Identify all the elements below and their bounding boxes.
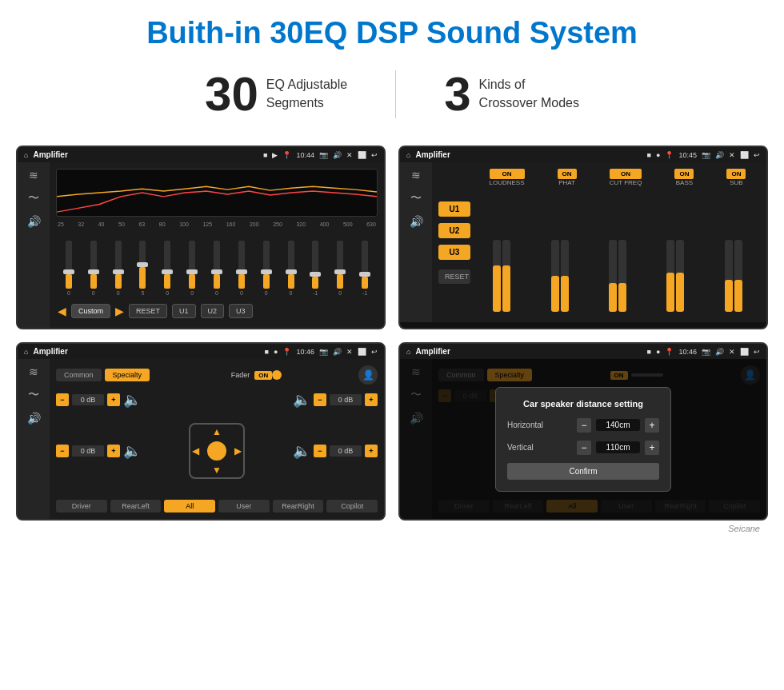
plus-front-left[interactable]: + [107,393,120,406]
on-bass[interactable]: ON [674,169,694,179]
eq-slider-10[interactable]: 0 [280,241,302,296]
btn-all[interactable]: All [164,500,215,513]
eq-slider-1[interactable]: 0 [58,241,80,296]
sidebar-icon-wave[interactable]: 〜 [28,191,39,205]
sidebar-icon-wave-3[interactable]: 〜 [28,388,39,402]
eq-slider-8[interactable]: 0 [230,241,253,296]
circle-icon-3: ● [274,348,278,356]
horizontal-plus[interactable]: + [645,418,659,433]
on-cutfreq[interactable]: ON [610,169,642,179]
u2-crossover[interactable]: U2 [438,223,470,238]
back-icon-4[interactable]: ↩ [754,348,760,356]
plus-rear-right[interactable]: + [365,445,378,457]
u3-crossover[interactable]: U3 [438,245,470,260]
vertical-plus[interactable]: + [645,441,659,455]
eq-slider-6[interactable]: 0 [181,241,203,296]
db-rear-left: − 0 dB + 🔈 [56,442,178,460]
sidebar-icon-wave-2[interactable]: 〜 [410,191,422,205]
phat-sl-1[interactable] [551,240,559,312]
sidebar-icon-vol-2[interactable]: 🔊 [410,215,423,228]
joystick-left[interactable]: ◀ [192,445,199,457]
band-sliders [475,189,760,316]
btn-user[interactable]: User [218,500,270,513]
sub-sl-1[interactable] [725,240,733,312]
home-icon-4[interactable]: ⌂ [406,348,410,356]
cutfreq-sl-1[interactable] [609,240,617,312]
home-icon-2[interactable]: ⌂ [406,151,410,159]
bass-sl-1[interactable] [666,240,674,312]
u1-btn[interactable]: U1 [172,304,196,318]
val-rear-right: 0 dB [330,445,362,457]
window-icon-1: ⬜ [358,151,366,159]
btn-copilot[interactable]: Copilot [326,500,378,513]
plus-front-right[interactable]: + [365,393,378,406]
fader-on-btn[interactable]: ON [254,371,272,380]
bass-sliders [666,236,684,316]
eq-slider-3[interactable]: 0 [107,241,130,296]
btn-rearright[interactable]: RearRight [273,500,324,513]
plus-rear-left[interactable]: + [107,445,120,457]
loudness-sl-1[interactable] [493,240,501,312]
tab-specialty-3[interactable]: Specialty [105,369,150,381]
fader-label: Fader [231,371,250,379]
vertical-minus[interactable]: − [577,441,591,455]
eq-slider-2[interactable]: 0 [82,241,105,296]
loudness-sl-2[interactable] [502,240,510,312]
cutfreq-sl-2[interactable] [618,240,626,312]
camera-icon-2: 📷 [702,151,710,159]
preset-custom[interactable]: Custom [71,304,110,318]
sidebar-2: ≋ 〜 🔊 [400,162,432,322]
sidebar-icon-vol-3[interactable]: 🔊 [27,412,41,425]
minus-rear-right[interactable]: − [314,445,326,457]
eq-slider-12[interactable]: 0 [329,241,351,296]
minus-front-right[interactable]: − [314,393,326,406]
tab-common-3[interactable]: Common [56,369,102,381]
eq-slider-7[interactable]: 0 [206,241,228,296]
sidebar-icon-tune[interactable]: ≋ [29,169,38,181]
btn-driver[interactable]: Driver [56,500,107,513]
eq-sliders-area: 0 0 0 5 0 [56,232,378,296]
u3-btn[interactable]: U3 [229,304,253,318]
joystick-down[interactable]: ▼ [212,465,222,476]
center-joystick[interactable]: ▲ ▼ ◀ ▶ [185,419,249,483]
sub-sl-2[interactable] [734,240,742,312]
camera-icon-4: 📷 [702,348,710,356]
time-4: 10:46 [678,348,697,356]
confirm-button[interactable]: Confirm [507,463,659,480]
u2-btn[interactable]: U2 [201,304,225,318]
on-phat[interactable]: ON [558,169,577,179]
bass-sl-2[interactable] [676,240,684,312]
pin-icon-1: 📍 [282,151,291,159]
screen-distance: ⌂ Amplifier ■ ● 📍 10:46 📷 🔊 ✕ ⬜ ↩ ≋ 〜 🔊 … [398,342,768,520]
back-icon-2[interactable]: ↩ [754,151,760,159]
cutfreq-sliders [609,236,626,316]
minus-rear-left[interactable]: − [56,445,69,457]
back-icon-3[interactable]: ↩ [371,348,378,356]
sidebar-icon-tune-3[interactable]: ≋ [29,365,38,378]
reset-btn[interactable]: RESET [129,304,167,318]
on-sub[interactable]: ON [726,169,746,179]
eq-slider-4[interactable]: 5 [132,241,154,296]
reset-crossover[interactable]: RESET [438,269,470,284]
minus-front-left[interactable]: − [56,393,69,406]
eq-slider-13[interactable]: -1 [354,241,376,296]
home-icon-3[interactable]: ⌂ [24,348,28,356]
next-btn[interactable]: ▶ [115,305,124,317]
back-icon-1[interactable]: ↩ [371,151,378,159]
eq-slider-5[interactable]: 0 [156,241,178,296]
joystick-right[interactable]: ▶ [234,445,242,457]
profile-icon-3[interactable]: 👤 [358,365,378,385]
sidebar-icon-tune-2[interactable]: ≋ [411,169,421,181]
home-icon[interactable]: ⌂ [24,151,28,159]
btn-rearleft[interactable]: RearLeft [110,500,162,513]
phat-sl-2[interactable] [561,240,569,312]
eq-slider-9[interactable]: 0 [255,241,278,296]
on-loudness[interactable]: ON [490,169,525,179]
speaker-top-row: Common Specialty Fader ON 👤 [56,365,378,385]
u1-crossover[interactable]: U1 [438,201,470,217]
sidebar-icon-vol[interactable]: 🔊 [27,215,41,228]
horizontal-minus[interactable]: − [577,418,591,433]
prev-btn[interactable]: ◀ [58,305,66,317]
joystick-up[interactable]: ▲ [212,426,222,437]
eq-slider-11[interactable]: -1 [304,241,326,296]
